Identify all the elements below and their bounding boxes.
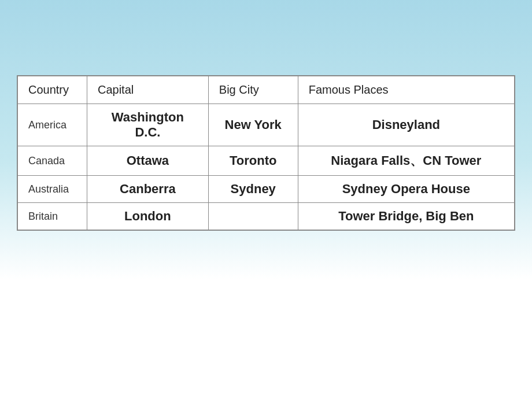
header-bigcity: Big City (208, 76, 298, 104)
cell-capital-4: London (87, 203, 208, 230)
cell-bigcity-3: Sydney (208, 176, 298, 203)
cell-country-2: Canada (18, 146, 87, 176)
cell-bigcity-4 (208, 203, 298, 230)
cell-capital-3: Canberra (87, 176, 208, 203)
cell-country-1: America (18, 104, 87, 146)
header-capital: Capital (87, 76, 208, 104)
cell-bigcity-2: Toronto (208, 146, 298, 176)
table-header-row: Country Capital Big City Famous Places (18, 76, 515, 104)
cell-capital-2: Ottawa (87, 146, 208, 176)
table-row: Canada Ottawa Toronto Niagara Falls、CN T… (18, 146, 515, 176)
header-famous: Famous Places (298, 76, 514, 104)
header-country: Country (18, 76, 87, 104)
cell-famous-4: Tower Bridge, Big Ben (298, 203, 514, 230)
cell-famous-3: Sydney Opera House (298, 176, 514, 203)
cell-famous-2: Niagara Falls、CN Tower (298, 146, 514, 176)
countries-table: Country Capital Big City Famous Places A… (17, 76, 515, 230)
table-row: Australia Canberra Sydney Sydney Opera H… (18, 176, 515, 203)
cell-country-3: Australia (18, 176, 87, 203)
table-row: Britain London Tower Bridge, Big Ben (18, 203, 515, 230)
cell-bigcity-1: New York (208, 104, 298, 146)
table-row: America Washington D.C. New York Disneyl… (18, 104, 515, 146)
cell-famous-1: Disneyland (298, 104, 514, 146)
cell-capital-1: Washington D.C. (87, 104, 208, 146)
cell-country-4: Britain (18, 203, 87, 230)
main-table-container: Country Capital Big City Famous Places A… (17, 75, 515, 231)
